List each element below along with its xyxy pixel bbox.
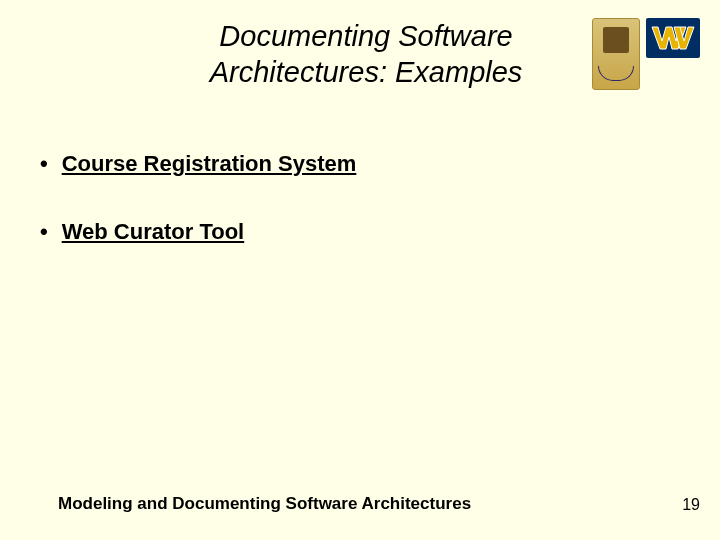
slide-footer: Modeling and Documenting Software Archit… <box>58 494 700 514</box>
wvu-logo-icon <box>646 18 700 58</box>
bullet-text: Course Registration System <box>62 151 357 177</box>
cairo-university-logo-icon <box>592 18 640 90</box>
slide-header: Documenting Software Architectures: Exam… <box>0 0 720 91</box>
slide-title: Documenting Software Architectures: Exam… <box>140 18 592 91</box>
list-item: • Course Registration System <box>40 151 680 177</box>
logo-group <box>592 18 700 90</box>
title-line-2: Architectures: Examples <box>210 56 523 88</box>
title-block: Documenting Software Architectures: Exam… <box>20 18 592 91</box>
slide-content: • Course Registration System • Web Curat… <box>0 91 720 246</box>
title-line-1: Documenting Software <box>219 20 512 52</box>
bullet-icon: • <box>40 151 48 177</box>
footer-text: Modeling and Documenting Software Archit… <box>58 494 471 514</box>
page-number: 19 <box>682 496 700 514</box>
bullet-icon: • <box>40 219 48 245</box>
list-item: • Web Curator Tool <box>40 219 680 245</box>
bullet-text: Web Curator Tool <box>62 219 245 245</box>
